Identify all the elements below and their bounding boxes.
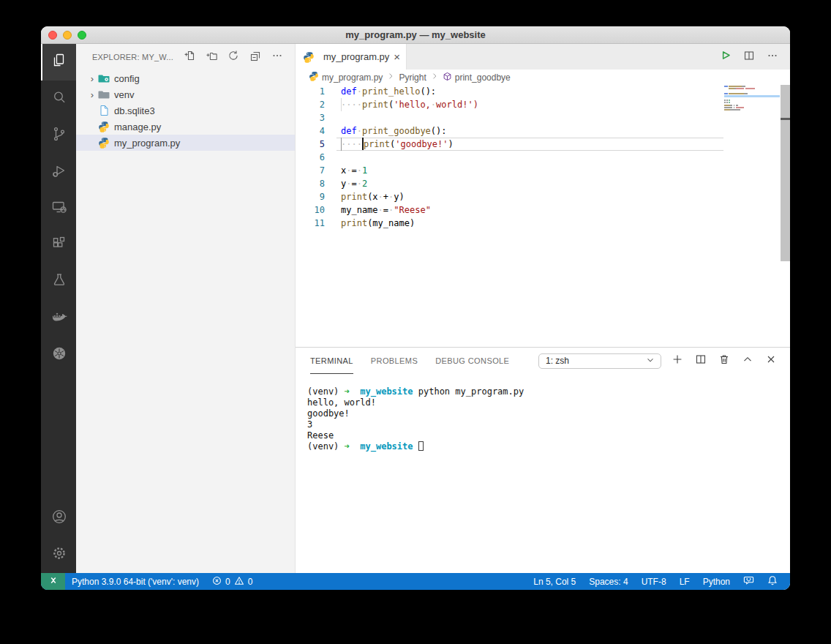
tab-my-program[interactable]: my_program.py × [296, 44, 407, 70]
more-actions-icon[interactable] [271, 50, 283, 64]
breadcrumb-pyright[interactable]: Pyright [399, 72, 426, 83]
activity-kubernetes[interactable] [41, 337, 76, 373]
problems-item[interactable]: 0 0 [206, 573, 259, 590]
remote-indicator[interactable] [41, 573, 65, 590]
maximize-panel-icon[interactable] [742, 353, 753, 368]
terminal-output[interactable]: (venv) ➜ my_website python my_program.py… [296, 374, 790, 573]
extensions-icon [50, 235, 68, 255]
activity-account[interactable] [41, 500, 76, 536]
code-line-2[interactable]: 2····print('hello,·world!') [296, 98, 790, 111]
encoding-item[interactable]: UTF-8 [635, 573, 673, 590]
tree-item-manage-py[interactable]: manage.py [76, 119, 295, 135]
line-number: 6 [296, 151, 325, 164]
tab-problems[interactable]: PROBLEMS [371, 348, 418, 374]
kubernetes-wheel-icon [50, 345, 68, 365]
code-line-8[interactable]: 8y·=·2 [296, 177, 790, 190]
code-line-4[interactable]: 4def·print_goodbye(): [296, 124, 790, 138]
error-count: 0 [225, 577, 230, 587]
run-button[interactable] [719, 49, 732, 64]
new-folder-icon[interactable] [206, 50, 217, 64]
python-icon [309, 71, 319, 83]
token-plain: my_name [341, 205, 378, 215]
code-line-1[interactable]: 1def·print_hello(): [296, 85, 790, 98]
close-panel-icon[interactable] [765, 353, 777, 368]
terminal-line: 3 [307, 419, 790, 430]
code-line-9[interactable]: 9print(x·+·y) [296, 190, 790, 203]
terminal-text: python my_program.py [413, 386, 524, 397]
breadcrumb-file[interactable]: my_program.py [309, 71, 383, 83]
tree-item-db-sqlite3[interactable]: db.sqlite3 [76, 102, 295, 119]
activity-settings[interactable] [41, 536, 76, 573]
code-line-5[interactable]: 5····print('goodbye!') [296, 138, 790, 151]
activity-source-control[interactable] [41, 117, 76, 154]
activity-testing[interactable] [41, 263, 76, 300]
line-number: 5 [296, 138, 325, 151]
breadcrumb-file-label: my_program.py [322, 72, 383, 83]
token-plain: ) [410, 218, 415, 228]
language-mode-item[interactable]: Python [696, 573, 737, 590]
editor-scrollbar[interactable] [781, 85, 790, 261]
split-terminal-icon[interactable] [695, 353, 707, 368]
token-plain: (): [431, 126, 447, 136]
activity-search[interactable] [41, 80, 76, 117]
indentation-item[interactable]: Spaces: 4 [582, 573, 634, 590]
editor-more-actions-icon[interactable] [767, 50, 778, 64]
token-ws: · [378, 205, 383, 215]
token-plain: = [351, 165, 356, 176]
code-line-10[interactable]: 10my_name·=·"Reese" [296, 203, 790, 217]
terminal-shell-select[interactable]: 1: zsh [538, 353, 661, 369]
activity-extensions[interactable] [41, 227, 76, 263]
code-line-7[interactable]: 7x·=·1 [296, 164, 790, 177]
activity-run-debug[interactable] [41, 154, 76, 190]
minimap[interactable] [724, 86, 780, 111]
token-plain: (): [420, 86, 436, 97]
code-line-3[interactable]: 3 [296, 111, 790, 124]
tree-item-label: venv [114, 89, 134, 100]
tree-item-venv[interactable]: ›venv [76, 86, 295, 102]
refresh-icon[interactable] [228, 50, 239, 64]
token-plain: y [394, 192, 399, 202]
code-line-11[interactable]: 11print(my_name) [296, 217, 790, 230]
terminal-line: (venv) ➜ my_website [307, 441, 790, 452]
warning-icon [234, 576, 244, 588]
new-file-icon[interactable] [184, 50, 195, 64]
collapse-all-icon[interactable] [249, 50, 261, 64]
chevron-right-icon[interactable]: › [86, 89, 98, 100]
activity-explorer[interactable] [41, 44, 76, 80]
bottom-panel: TERMINAL PROBLEMS DEBUG CONSOLE 1: zsh [296, 347, 790, 573]
line-number: 4 [296, 124, 325, 138]
tree-item-label: manage.py [114, 121, 161, 132]
terminal-text: (venv) [307, 386, 345, 397]
tree-item-config[interactable]: ›config [76, 70, 295, 86]
tab-close-icon[interactable]: × [394, 51, 400, 62]
activity-docker[interactable] [41, 300, 76, 337]
feedback-item[interactable] [737, 573, 761, 590]
folder-icon [98, 89, 110, 100]
code-line-6[interactable]: 6 [296, 151, 790, 164]
window-controls [48, 26, 86, 43]
close-window-button[interactable] [48, 31, 57, 40]
tab-terminal[interactable]: TERMINAL [310, 348, 353, 374]
tab-debug-console[interactable]: DEBUG CONSOLE [435, 348, 509, 374]
minimize-window-button[interactable] [63, 31, 72, 40]
cursor-position-item[interactable]: Ln 5, Col 5 [527, 573, 582, 590]
activity-remote-explorer[interactable] [41, 190, 76, 227]
terminal-text [413, 441, 418, 452]
zoom-window-button[interactable] [78, 31, 86, 40]
eol-item[interactable]: LF [673, 573, 696, 590]
token-ws: · [378, 192, 383, 202]
error-icon [212, 576, 222, 588]
new-terminal-icon[interactable] [672, 353, 683, 368]
python-interpreter-item[interactable]: Python 3.9.0 64-bit ('venv': venv) [65, 573, 206, 590]
code-editor[interactable]: 1def·print_hello():2····print('hello,·wo… [296, 85, 790, 347]
split-editor-icon[interactable] [743, 50, 755, 64]
breadcrumb: my_program.py Pyright print_goodbye [296, 70, 790, 85]
line-number: 10 [296, 203, 325, 217]
breadcrumb-symbol[interactable]: print_goodbye [443, 72, 511, 83]
chevron-right-icon[interactable]: › [86, 73, 98, 84]
token-ws: · [357, 179, 362, 189]
notifications-item[interactable] [761, 573, 784, 590]
kill-terminal-icon[interactable] [718, 353, 730, 368]
line-number: 3 [296, 111, 325, 124]
tree-item-my-program-py[interactable]: my_program.py [76, 135, 295, 151]
